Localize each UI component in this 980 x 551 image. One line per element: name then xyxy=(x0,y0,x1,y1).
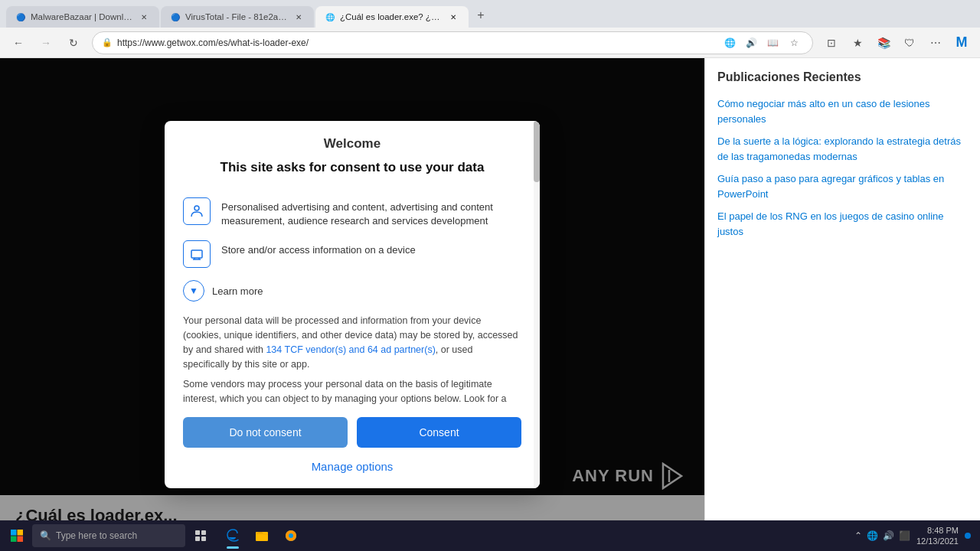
tab-2-title: VirusTotal - File - 81e2acbd26c2d... xyxy=(185,12,288,21)
taskbar: 🔍 Type here to search xyxy=(0,520,980,551)
modal-scroll-thumb xyxy=(534,121,540,182)
taskbar-firefox-app[interactable] xyxy=(277,522,305,549)
consent-item-1-text: Personalised advertising and content, ad… xyxy=(221,197,521,228)
taskview-button[interactable] xyxy=(187,522,214,549)
taskbar-apps xyxy=(219,522,305,549)
consent-item-2-text: Store and/or access information on a dev… xyxy=(221,240,416,257)
svg-rect-7 xyxy=(11,530,17,536)
edge-icon xyxy=(226,529,240,543)
forward-button[interactable]: → xyxy=(34,31,58,55)
modal-body: Personalised advertising and content, ad… xyxy=(165,185,540,408)
lock-icon: 🔒 xyxy=(102,37,113,47)
volume-icon[interactable]: 🔊 xyxy=(883,530,894,541)
svg-rect-12 xyxy=(201,530,206,535)
firefox-icon xyxy=(284,529,298,543)
translate-icon[interactable]: 🌐 xyxy=(720,34,739,52)
svg-rect-9 xyxy=(11,536,17,543)
modal-scrollbar[interactable] xyxy=(534,121,540,488)
copilot-icon[interactable]: M xyxy=(949,31,974,55)
toolbar-icons: ⊡ ★ 📚 🛡 ⋯ M xyxy=(819,31,974,55)
taskbar-file-explorer-app[interactable] xyxy=(248,522,276,549)
svg-rect-8 xyxy=(18,530,24,536)
modal-subtitle: This site asks for consent to use your d… xyxy=(183,159,521,176)
consent-buttons: Do not consent Consent xyxy=(183,417,521,448)
battery-icon: ⬛ xyxy=(899,530,910,541)
tab-3[interactable]: 🌐 ¿Cuál es loader.exe? ¿Es un virus? ✕ xyxy=(315,6,469,28)
person-icon xyxy=(183,197,211,225)
browser-chrome: 🔵 MalwareBazaar | Download malw... ✕ 🔵 V… xyxy=(0,0,980,58)
svg-rect-13 xyxy=(195,536,200,541)
taskbar-edge-app[interactable] xyxy=(219,522,247,549)
expand-text-1: Your personal data will be processed and… xyxy=(183,314,521,371)
taskbar-clock[interactable]: 8:48 PM 12/13/2021 xyxy=(916,525,959,547)
taskview-icon xyxy=(194,530,207,542)
clock-time: 8:48 PM xyxy=(916,525,959,536)
consent-item-1: Personalised advertising and content, ad… xyxy=(183,197,521,228)
tab-2-close[interactable]: ✕ xyxy=(292,11,305,23)
tab-1[interactable]: 🔵 MalwareBazaar | Download malw... ✕ xyxy=(6,6,159,28)
svg-rect-14 xyxy=(201,536,206,541)
favorites-toolbar-icon[interactable]: ★ xyxy=(845,31,870,55)
address-bar[interactable]: 🔒 https://www.getwox.com/es/what-is-load… xyxy=(92,31,813,54)
svg-rect-3 xyxy=(191,250,202,258)
consent-item-2: Store and/or access information on a dev… xyxy=(183,240,521,268)
network-icon[interactable]: 🌐 xyxy=(867,530,878,541)
expand-text-2: Some vendors may process your personal d… xyxy=(183,377,521,408)
taskbar-search-icon: 🔍 xyxy=(40,530,51,541)
browser-essentials-icon[interactable]: 🛡 xyxy=(897,31,922,55)
svg-point-2 xyxy=(194,206,199,210)
sidebar-link-1[interactable]: Cómo negociar más alto en un caso de les… xyxy=(717,96,968,126)
refresh-button[interactable]: ↻ xyxy=(61,31,86,55)
consent-button[interactable]: Consent xyxy=(357,417,521,448)
file-explorer-icon xyxy=(255,529,269,543)
tab-2[interactable]: 🔵 VirusTotal - File - 81e2acbd26c2d... ✕ xyxy=(161,6,314,28)
tab-3-close[interactable]: ✕ xyxy=(447,11,459,23)
learn-more-button[interactable]: ▼ xyxy=(183,280,204,302)
tab-1-title: MalwareBazaar | Download malw... xyxy=(31,12,133,21)
nav-bar: ← → ↻ 🔒 https://www.getwox.com/es/what-i… xyxy=(0,28,980,58)
tab-1-close[interactable]: ✕ xyxy=(138,11,150,23)
page-content: ANY RUN ¿Cuál es loader.ex... 8 de agost… xyxy=(0,58,980,551)
learn-more-label: Learn more xyxy=(212,285,263,297)
favorites-icon[interactable]: ☆ xyxy=(785,34,803,52)
do-not-consent-button[interactable]: Do not consent xyxy=(183,417,348,448)
taskbar-search[interactable]: 🔍 Type here to search xyxy=(32,524,185,547)
sidebar-link-3[interactable]: Guía paso a paso para agregar gráficos y… xyxy=(717,171,968,201)
sidebar-link-2[interactable]: De la suerte a la lógica: explorando la … xyxy=(717,134,968,164)
clock-date: 12/13/2021 xyxy=(916,536,959,546)
modal-title: Welcome xyxy=(183,136,521,152)
sidebar-link-4[interactable]: El papel de los RNG en los juegos de cas… xyxy=(717,209,968,239)
svg-rect-10 xyxy=(18,536,24,543)
sidebar: Publicaciones Recientes Cómo negociar má… xyxy=(704,58,980,551)
tab-2-favicon: 🔵 xyxy=(170,11,181,22)
windows-logo-icon xyxy=(10,529,24,543)
svg-point-17 xyxy=(289,533,293,538)
settings-icon[interactable]: ⋯ xyxy=(923,31,948,55)
tab-1-favicon: 🔵 xyxy=(15,11,26,22)
tcf-vendors-link[interactable]: 134 TCF vendor(s) and 64 ad partner(s) xyxy=(266,344,435,355)
manage-options-button[interactable]: Manage options xyxy=(183,457,521,476)
split-screen-icon[interactable]: ⊡ xyxy=(819,31,844,55)
learn-more-row: ▼ Learn more xyxy=(183,280,521,302)
systray: ⌃ 🌐 🔊 ⬛ xyxy=(854,530,910,541)
modal-footer: Do not consent Consent Manage options xyxy=(165,408,540,488)
svg-rect-11 xyxy=(195,530,200,535)
back-button[interactable]: ← xyxy=(6,31,31,55)
main-content: ANY RUN ¿Cuál es loader.ex... 8 de agost… xyxy=(0,58,704,551)
immersive-reader-icon[interactable]: 📖 xyxy=(763,34,782,52)
device-icon xyxy=(183,240,211,268)
new-tab-button[interactable]: + xyxy=(470,5,492,26)
modal-header: Welcome This site asks for consent to us… xyxy=(165,121,540,185)
notification-dot[interactable] xyxy=(965,533,971,539)
address-url: https://www.getwox.com/es/what-is-loader… xyxy=(117,37,716,48)
systray-chevron[interactable]: ⌃ xyxy=(854,530,862,541)
consent-modal: Welcome This site asks for consent to us… xyxy=(165,121,540,488)
consent-modal-overlay: Welcome This site asks for consent to us… xyxy=(0,58,704,551)
tab-3-favicon: 🌐 xyxy=(325,11,335,22)
collections-icon[interactable]: 📚 xyxy=(871,31,896,55)
tab-3-title: ¿Cuál es loader.exe? ¿Es un virus? xyxy=(340,12,443,21)
sidebar-title: Publicaciones Recientes xyxy=(717,70,968,84)
start-button[interactable] xyxy=(3,522,31,549)
tab-bar: 🔵 MalwareBazaar | Download malw... ✕ 🔵 V… xyxy=(0,0,980,28)
read-aloud-icon[interactable]: 🔊 xyxy=(742,34,760,52)
